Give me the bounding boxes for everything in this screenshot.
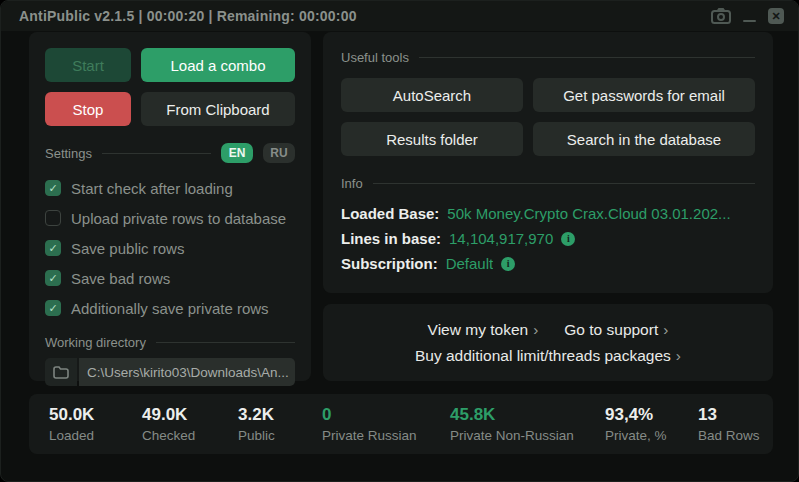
stat-label: Private Non-Russian [450, 428, 574, 443]
chevron-right-icon: › [676, 347, 681, 364]
chevron-right-icon: › [533, 321, 538, 338]
minimize-button[interactable] [743, 20, 756, 22]
stat-label: Private, % [605, 428, 667, 443]
stop-button[interactable]: Stop [45, 92, 131, 126]
get-passwords-button[interactable]: Get passwords for email [533, 78, 755, 112]
control-panel: Start Load a combo Stop From Clipboard S… [29, 32, 311, 381]
info-circle-icon[interactable]: i [561, 232, 575, 246]
links-line-1: View my token› Go to support› [428, 321, 669, 339]
checkbox-icon[interactable]: ✓ [45, 210, 61, 226]
stat-value: 45.8K [450, 405, 574, 425]
stat-public: 3.2K Public [238, 405, 275, 443]
settings-checkbox-list: ✓ Start check after loading ✓ Upload pri… [45, 173, 295, 323]
screenshot-camera-icon[interactable] [711, 8, 731, 24]
stat-value: 13 [698, 405, 760, 425]
links-panel: View my token› Go to support› Buy additi… [323, 304, 773, 381]
settings-label: Settings [45, 146, 92, 161]
useful-tools-label: Useful tools [341, 50, 409, 65]
info-header: Info [341, 176, 755, 191]
load-combo-button[interactable]: Load a combo [141, 48, 295, 82]
start-button[interactable]: Start [45, 48, 131, 82]
checkbox-label: Additionally save private rows [71, 300, 269, 317]
info-rows: Loaded Base: 50k Money.Crypto Crax.Cloud… [341, 201, 755, 276]
checkbox-label: Start check after loading [71, 180, 233, 197]
lines-in-base-value: 14,104,917,970 [449, 230, 553, 247]
lines-in-base-row: Lines in base: 14,104,917,970 i [341, 226, 755, 251]
view-token-link[interactable]: View my token› [428, 321, 539, 339]
divider [373, 183, 755, 184]
settings-header: Settings EN RU [45, 143, 295, 163]
language-pill[interactable]: RU [263, 143, 295, 163]
stat-label: Private Russian [322, 428, 417, 443]
stat-private-percent: 93,4% Private, % [605, 405, 667, 443]
title-bar: AntiPublic v2.1.5 | 00:00:20 | Remaining… [1, 1, 798, 31]
settings-checkbox-row[interactable]: ✓ Additionally save private rows [45, 293, 295, 323]
stat-value: 3.2K [238, 405, 275, 425]
from-clipboard-button[interactable]: From Clipboard [141, 92, 295, 126]
useful-tools-grid: AutoSearch Get passwords for email Resul… [341, 78, 755, 156]
browse-folder-button[interactable] [45, 358, 77, 386]
settings-checkbox-row[interactable]: ✓ Save public rows [45, 233, 295, 263]
stat-private-russian: 0 Private Russian [322, 405, 417, 443]
loaded-base-row: Loaded Base: 50k Money.Crypto Crax.Cloud… [341, 201, 755, 226]
chevron-right-icon: › [663, 321, 668, 338]
language-pill[interactable]: EN [221, 143, 253, 163]
stat-value: 0 [322, 405, 417, 425]
stat-value: 93,4% [605, 405, 667, 425]
links-line-2: Buy additional limit/threads packages› [415, 347, 681, 365]
stat-private-non-russian: 45.8K Private Non-Russian [450, 405, 574, 443]
checkbox-icon[interactable]: ✓ [45, 300, 61, 316]
checkbox-label: Save public rows [71, 240, 184, 257]
loaded-base-value: 50k Money.Crypto Crax.Cloud 03.01.202... [447, 205, 730, 222]
subscription-value: Default [446, 255, 494, 272]
checkbox-icon[interactable]: ✓ [45, 180, 61, 196]
stat-loaded: 50.0K Loaded [49, 405, 94, 443]
working-directory-header: Working directory [45, 335, 295, 350]
tools-info-panel: Useful tools AutoSearch Get passwords fo… [323, 32, 773, 293]
buy-packages-link[interactable]: Buy additional limit/threads packages› [415, 347, 681, 365]
link-label: View my token [428, 321, 529, 338]
search-database-button[interactable]: Search in the database [533, 122, 755, 156]
close-icon: ✕ [771, 11, 780, 22]
window-title: AntiPublic v2.1.5 | 00:00:20 | Remaining… [19, 8, 357, 24]
go-to-support-link[interactable]: Go to support› [564, 321, 668, 339]
run-buttons: Start Load a combo Stop From Clipboard [45, 48, 295, 126]
working-directory-label: Working directory [45, 335, 146, 350]
link-label: Buy additional limit/threads packages [415, 347, 671, 364]
working-directory-row: C:\Users\kirito03\Downloads\An... [45, 358, 295, 386]
stat-label: Public [238, 428, 275, 443]
checkbox-icon[interactable]: ✓ [45, 240, 61, 256]
results-folder-button[interactable]: Results folder [341, 122, 523, 156]
close-button[interactable]: ✕ [768, 8, 784, 24]
divider [419, 57, 755, 58]
useful-tools-header: Useful tools [341, 50, 755, 65]
stats-bar: 50.0K Loaded 49.0K Checked 3.2K Public 0… [29, 394, 773, 454]
folder-icon [53, 366, 69, 379]
checkbox-icon[interactable]: ✓ [45, 270, 61, 286]
stat-value: 49.0K [142, 405, 195, 425]
lines-in-base-label: Lines in base: [341, 230, 441, 247]
stat-value: 50.0K [49, 405, 94, 425]
loaded-base-label: Loaded Base: [341, 205, 439, 222]
window-controls: ✕ [711, 8, 784, 24]
link-label: Go to support [564, 321, 658, 338]
settings-checkbox-row[interactable]: ✓ Upload private rows to database [45, 203, 295, 233]
settings-checkbox-row[interactable]: ✓ Save bad rows [45, 263, 295, 293]
stat-label: Bad Rows [698, 428, 760, 443]
divider [102, 153, 211, 154]
checkbox-label: Save bad rows [71, 270, 170, 287]
divider [156, 342, 295, 343]
working-directory-path[interactable]: C:\Users\kirito03\Downloads\An... [79, 358, 295, 386]
checkbox-label: Upload private rows to database [71, 210, 286, 227]
subscription-row: Subscription: Default i [341, 251, 755, 276]
autosearch-button[interactable]: AutoSearch [341, 78, 523, 112]
info-label: Info [341, 176, 363, 191]
app-window: AntiPublic v2.1.5 | 00:00:20 | Remaining… [0, 0, 799, 482]
stat-label: Loaded [49, 428, 94, 443]
stat-bad-rows: 13 Bad Rows [698, 405, 760, 443]
subscription-label: Subscription: [341, 255, 438, 272]
settings-checkbox-row[interactable]: ✓ Start check after loading [45, 173, 295, 203]
stat-checked: 49.0K Checked [142, 405, 195, 443]
info-circle-icon[interactable]: i [501, 257, 515, 271]
stat-label: Checked [142, 428, 195, 443]
